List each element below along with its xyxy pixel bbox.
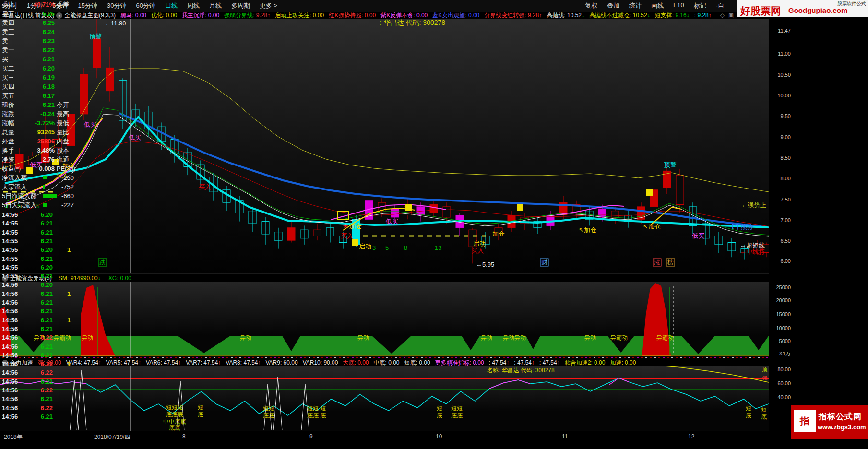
info-row[interactable]: 涨跌-0.24最高 [0, 109, 76, 118]
tick-time: 14:55 [2, 219, 18, 228]
tick-price: 6.21 [25, 272, 53, 281]
menu-item-统计[interactable]: 统计 [624, 1, 646, 10]
info-row[interactable]: 外盘25806内盘 [0, 137, 76, 146]
accel-label: 短短 [451, 405, 463, 412]
tick-price: 6.21 [25, 325, 53, 333]
tick-time: 14:56 [2, 343, 18, 351]
diamond-icon[interactable]: ◇ [720, 12, 725, 19]
ask-label: 卖一 [2, 46, 14, 55]
date-label[interactable]: 10 [436, 433, 442, 440]
tick-time: 14:55 [2, 263, 18, 272]
date-label[interactable]: 12 [688, 433, 694, 440]
bid-row[interactable]: 买五6.17 [0, 91, 76, 100]
tick-price: 6.21 [25, 395, 53, 403]
tick-time: 14:56 [2, 404, 18, 413]
tick-row: 14:566.21 [0, 395, 76, 403]
flow-row[interactable]: 大宗流入-752 [0, 182, 76, 191]
tick-row: 14:556.21 [0, 219, 76, 228]
info-label: 总量 [2, 128, 14, 137]
date-label[interactable]: 2018/07/19/四 [94, 433, 130, 441]
accel-label: 底底 [169, 425, 180, 431]
bid-row[interactable]: 买四6.18 [0, 82, 76, 91]
tick-row: 14:556.21 [0, 255, 76, 263]
flow-row[interactable]: 净流入额-250 [0, 173, 76, 182]
menu-item-叠加[interactable]: 叠加 [602, 1, 624, 10]
chart-label: ↖加仓 [643, 223, 661, 230]
yidong-label: 异霸动 [656, 334, 674, 341]
tick-time: 14:56 [2, 360, 18, 368]
tick-price: 6.21 [25, 255, 53, 263]
fund-flow-panel[interactable]: 异动异霸动异动异动异动异动异动异动异动异霸动异霸动 [0, 282, 769, 358]
price-value: 6.17 [19, 91, 55, 100]
date-label[interactable]: 9 [309, 433, 313, 440]
info-row[interactable]: 收益㈢0.008PE(动) [0, 164, 76, 173]
chart-title: : 华昌达 代码: 300278 [380, 19, 445, 26]
flow-label: 大宗流入 [2, 182, 27, 191]
accel-label: 短 [198, 404, 203, 411]
indicator-value: 紫K反弹不贪: 0.00 [380, 12, 428, 19]
menu-item-日线[interactable]: 日线 [160, 1, 182, 10]
menu-item-画线[interactable]: 画线 [646, 1, 668, 10]
info-row[interactable]: 换手3.48%股本 [0, 146, 76, 155]
menu-item-30分钟[interactable]: 30分钟 [102, 1, 131, 10]
weibi-row[interactable]: 委比49.71%委差 [0, 0, 76, 9]
menu-item-月线[interactable]: 月线 [204, 1, 226, 10]
menu-item-更多 >[interactable]: 更多 > [255, 1, 282, 10]
info-row[interactable]: 净资2.76流通 [0, 155, 76, 164]
menu-item-F10[interactable]: F10 [668, 1, 689, 10]
tick-price: 6.22 [25, 404, 53, 413]
accel-panel[interactable]: 名称: 华昌达 代码: 300278短短短短底底底底中中底底底底短短底底短短 短… [0, 366, 769, 431]
candle [249, 207, 256, 232]
layout-icon[interactable]: ▣ [728, 12, 734, 19]
watermark-en-text: Goodgupiao.com [788, 6, 847, 14]
axis-label: 6.00 [781, 258, 791, 264]
accel-label: 底 [198, 411, 203, 418]
ask-label: 卖四 [2, 18, 14, 27]
date-label[interactable]: 8 [182, 433, 186, 440]
info-row[interactable]: 现价6.21今开 [0, 100, 76, 109]
ask-row[interactable]: 卖二6.23 [0, 36, 76, 46]
menu-item-周线[interactable]: 周线 [182, 1, 204, 10]
info-value: 6.21 [19, 100, 55, 109]
menu-item-多周期[interactable]: 多周期 [226, 1, 255, 10]
flow-bar-icon [43, 194, 57, 198]
menu-item-60分钟[interactable]: 60分钟 [131, 1, 160, 10]
main-kline-chart[interactable]: ←11.80预警低买低买低买加仓买入358买入★加仓买入低买启动35813启动买… [0, 19, 769, 273]
indicator-value: 我主沉浮: 0.00 [182, 12, 219, 19]
ask-row[interactable]: 卖三6.24 [0, 27, 76, 36]
menu-item-标记[interactable]: 标记 [689, 1, 711, 10]
menu-item-复权[interactable]: 复权 [580, 1, 602, 10]
bid-label: 买二 [2, 64, 14, 73]
bid-row[interactable]: 买一6.21 [0, 55, 76, 64]
info-row[interactable]: 涨幅-3.72%最低 [0, 118, 76, 128]
info-row[interactable]: 总量93245量比 [0, 128, 76, 137]
candle [313, 224, 321, 240]
accel-value: VAR6: 47.54↑ [146, 359, 181, 366]
flow-row[interactable]: 5日大宗流入-227 [0, 201, 76, 210]
date-label[interactable]: 2018年 [4, 433, 23, 441]
date-label[interactable]: 11 [562, 433, 568, 440]
menu-item-15分钟[interactable]: 15分钟 [73, 1, 102, 10]
accel-panel-header[interactable]: ▾ 合力加速 强: 80.00VAR4: 47.54↑VAR5: 47.54↑V… [0, 358, 769, 367]
axis-label: 10.50 [777, 72, 791, 78]
ask-row[interactable]: 卖五6.26 [0, 9, 76, 18]
tick-time: 14:56 [2, 290, 18, 298]
tick-time: 14:56 [2, 395, 18, 403]
tick-time: 14:55 [2, 246, 18, 254]
chart-label: 预警 [89, 33, 102, 40]
flow-row[interactable]: 5日净流入额-660 [0, 191, 76, 201]
quote-panel[interactable]: 委比49.71%委差卖五6.26卖四6.25卖三6.24卖二6.23卖一6.22… [0, 0, 77, 430]
candle [326, 224, 334, 242]
candle [456, 213, 464, 236]
fund-panel-header[interactable]: ▾ 全能资金异动(5) SM: 914990.00 ↓ XG: 0.00 [0, 273, 769, 283]
menu-item--自[interactable]: -自 [711, 1, 729, 10]
price-axis: 11.4711.0010.5010.009.509.008.508.007.50… [769, 19, 792, 441]
ask-row[interactable]: 卖一6.22 [0, 46, 76, 55]
indicator-value: 优化: 0.00 [151, 12, 177, 19]
bid-row[interactable]: 买二6.20 [0, 64, 76, 73]
info-value: 3.48% [19, 146, 55, 155]
bid-row[interactable]: 买三6.19 [0, 73, 76, 82]
accel-value: : 47.54↑ [489, 359, 510, 366]
tick-time: 14:56 [2, 378, 18, 386]
ask-row[interactable]: 卖四6.25 [0, 18, 76, 27]
